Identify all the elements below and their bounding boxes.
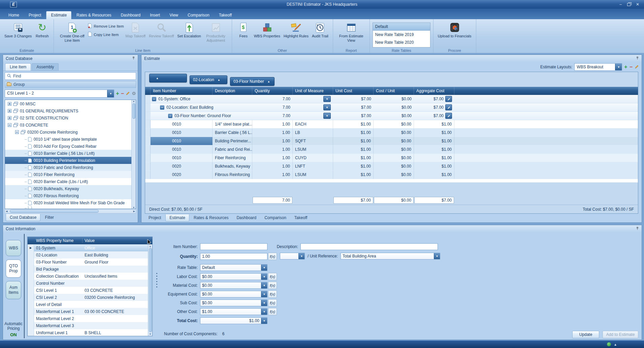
wbs-value[interactable]: B SHELL — [83, 330, 152, 335]
cell-item-number-selected[interactable]: 0010 — [151, 137, 213, 145]
description-field[interactable] — [300, 243, 438, 250]
wbs-value[interactable]: Office — [83, 246, 152, 250]
edit-aggregate-icon[interactable] — [445, 113, 452, 119]
estimate-layout-combo[interactable]: WBS Breakout ▼ — [574, 63, 622, 71]
cell-quantity[interactable]: 1.00 — [252, 120, 293, 129]
cell-description[interactable]: Bulkheads, Keyway — [213, 162, 252, 171]
uom-dropdown-icon[interactable]: ▼ — [323, 96, 331, 102]
edit-aggregate-icon[interactable] — [445, 96, 452, 102]
tree-item-partial[interactable]: – — [5, 206, 131, 209]
copy-line-item-button[interactable]: Copy Line Item — [88, 32, 124, 37]
cell-unit-cost[interactable]: $1.00 — [333, 145, 374, 154]
col-aggregate-cost[interactable]: Aggregate Cost — [414, 87, 454, 95]
side-tab-wbs[interactable]: WBS — [6, 240, 21, 256]
collapse-icon[interactable]: − — [15, 130, 19, 134]
tree-item[interactable]: – 0010 Fabric and Grid Reinforcing — [5, 164, 131, 171]
expand-icon[interactable]: + — [8, 102, 11, 106]
minimize-icon[interactable]: – — [619, 2, 622, 6]
cell-cost-unit[interactable]: $0.00 — [374, 162, 414, 171]
cell-quantity[interactable]: 1.00 — [252, 154, 293, 162]
col-wbs-value[interactable]: Value — [83, 238, 152, 243]
cell-item-number[interactable]: 0010 — [151, 154, 213, 162]
chevron-down-icon[interactable]: ▼ — [615, 64, 622, 70]
unit-reference-combo[interactable]: Total Building Area ▼ — [341, 253, 440, 259]
group-row-system[interactable]: − 01-System: Office 7.00 ▼ $7.00 $0.00 $… — [145, 95, 638, 103]
sub-fx-button[interactable]: f(x) — [268, 299, 277, 307]
tree-item[interactable]: − 03200 Concrete Reinforcing — [5, 129, 131, 136]
col-cost-unit[interactable]: Cost / Unit — [374, 87, 414, 95]
collapse-icon[interactable]: − — [8, 123, 11, 127]
tab-cost-database[interactable]: Cost Database — [6, 214, 40, 221]
cell-item-number[interactable]: 0020 — [151, 171, 213, 179]
col-item-number[interactable]: Item Number — [151, 87, 213, 95]
cell-aggregate[interactable]: $1.00 — [414, 129, 454, 137]
tree-item[interactable]: – 0020 Fibrous Reinforcing — [5, 192, 131, 199]
scroll-right-icon[interactable]: ▶ — [133, 210, 135, 213]
tab-dashboard[interactable]: Dashboard — [116, 11, 145, 19]
pin-icon[interactable] — [132, 56, 135, 61]
other-cost-combo[interactable]: $1.00 ▼ — [200, 308, 267, 315]
tree-item[interactable]: + 00 MISC — [5, 100, 131, 107]
side-tab-qto-prop[interactable]: QTO Prop — [6, 259, 21, 278]
line-item-row[interactable]: 0010 Fabric and Grid Rei... 1.00 LSUM $1… — [145, 145, 638, 154]
other-fx-button[interactable]: f(x) — [268, 308, 277, 315]
chevron-down-icon[interactable]: ▼ — [434, 253, 440, 259]
wbs-row[interactable]: Bid Package — [28, 266, 152, 273]
tab-insert[interactable]: Insert — [146, 11, 164, 19]
cell-uom[interactable]: EACH — [293, 120, 333, 129]
wbs-row[interactable]: CSI Level 1 03 CONCRETE — [28, 287, 152, 294]
equipment-fx-button[interactable]: f(x) — [268, 290, 277, 298]
cell-cost-unit[interactable]: $0.00 — [374, 129, 414, 137]
cell-aggregate[interactable]: $1.00 — [414, 162, 454, 171]
group-row-floor[interactable]: − 03-Floor Number: Ground Floor 7.00 ▼ $… — [145, 112, 638, 120]
rate-table-option[interactable]: Default — [373, 23, 430, 31]
create-one-off-button[interactable]: 1 Create One-off Line Item — [57, 21, 88, 42]
gear-icon[interactable] — [132, 91, 136, 96]
from-estimate-view-button[interactable]: From Estimate View — [336, 21, 367, 42]
tab-line-item[interactable]: Line Item — [5, 63, 31, 71]
line-item-row[interactable]: 0010 1/4" steel base plat... 1.00 EACH $… — [145, 120, 638, 129]
tab-takeoff[interactable]: Takeoff — [215, 11, 236, 19]
cell-aggregate[interactable]: $1.00 — [414, 137, 454, 145]
save-changes-button[interactable]: Save 3 Changes — [3, 21, 33, 38]
tab-filter[interactable]: Filter — [41, 214, 58, 221]
collapse-icon[interactable]: − — [152, 97, 156, 101]
group-combo[interactable]: CSI Level 1 - 2 ▼ — [5, 90, 114, 98]
col-quantity[interactable]: Quantity — [252, 87, 293, 95]
wbs-value[interactable]: 03 00 00 CONCRETE — [83, 309, 152, 314]
remove-group-icon[interactable]: − — [121, 91, 124, 96]
pin-icon[interactable] — [636, 56, 639, 61]
refresh-button[interactable]: ↻ Refresh — [33, 21, 51, 38]
cell-uom[interactable]: LSUM — [293, 171, 333, 179]
tree-item[interactable]: + 01 GENERAL REQUIREMENTS — [5, 107, 131, 114]
cell-cost-unit[interactable]: $0.00 — [374, 145, 414, 154]
pin-icon[interactable] — [636, 227, 639, 231]
add-to-estimate-button[interactable]: Add to Estimate — [603, 331, 638, 338]
collapse-icon[interactable]: − — [168, 114, 172, 118]
cell-uom[interactable]: LB — [293, 129, 333, 137]
edit-aggregate-icon[interactable] — [445, 104, 452, 110]
cell-unit-cost[interactable]: $1.00 — [333, 129, 374, 137]
doc-tab-dashboard[interactable]: Dashboard — [233, 214, 260, 221]
group-by-system-button[interactable]: ▲ — [149, 74, 187, 82]
tree-item[interactable]: – 0020 Barrier Cable (Lbs / Lnft) — [5, 178, 131, 185]
material-fx-button[interactable]: f(x) — [268, 282, 277, 289]
wbs-value[interactable]: East Building — [83, 253, 152, 257]
remove-line-item-button[interactable]: Remove Line Item — [88, 23, 124, 29]
tree-item[interactable]: – 0010 1/4" steel base plate template — [5, 136, 131, 143]
fees-button[interactable]: $ Fees — [235, 21, 252, 38]
set-escalation-button[interactable]: Set Escalation — [175, 21, 202, 38]
scrollbar-thumb[interactable] — [132, 103, 135, 119]
tray-status-icon[interactable] — [607, 342, 611, 346]
quantity-field[interactable] — [200, 253, 267, 260]
cell-unit-cost[interactable]: $1.00 — [333, 162, 374, 171]
wbs-value[interactable]: Ground Floor — [83, 260, 152, 265]
cell-description[interactable]: Fibrous Reinforcing — [213, 171, 252, 179]
cell-unit-cost[interactable]: $1.00 — [333, 137, 374, 145]
col-description[interactable]: Description — [213, 87, 252, 95]
scroll-up-icon[interactable]: ▲ — [133, 100, 135, 102]
uom-dropdown-icon[interactable]: ▼ — [323, 113, 331, 119]
tree-item[interactable]: – 0010 Add For Epoxy Coated Rebar — [5, 143, 131, 150]
quantity-fx-button[interactable]: f(x) — [268, 253, 277, 260]
line-item-row-selected[interactable]: 0010 Building Perimeter... 1.00 SQFT $1.… — [145, 137, 638, 145]
